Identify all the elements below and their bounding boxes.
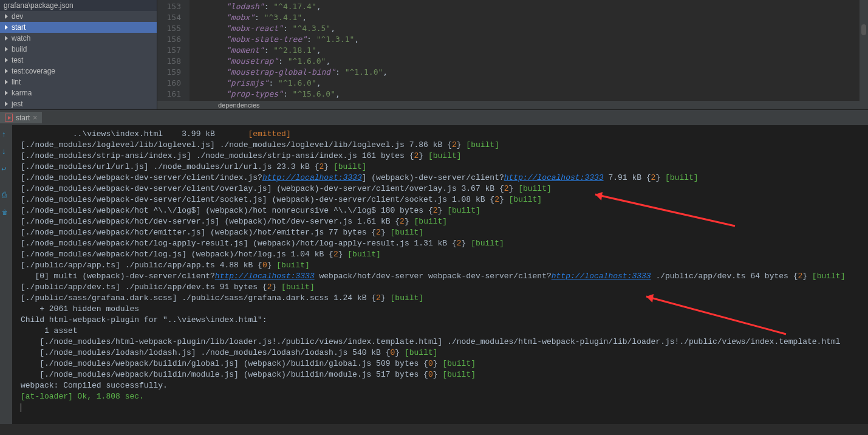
terminal-line: [0] multi (webpack)-dev-server/client?ht… — [21, 271, 868, 282]
terminal-line: [./node_modules/webpack-dev-server/clien… — [21, 173, 868, 183]
play-icon — [5, 58, 8, 63]
sidebar-item-jest[interactable]: jest — [0, 98, 157, 109]
terminal-line: [./node_modules/webpack/buildin/global.j… — [21, 358, 868, 369]
sidebar-item-test[interactable]: test — [0, 55, 157, 66]
code-line[interactable]: "mousetrap": "^1.6.0", — [226, 56, 868, 67]
sidebar-item-label: test:coverage — [12, 67, 55, 75]
sidebar-item-build[interactable]: build — [0, 44, 157, 55]
terminal-line: ..\views\index.html 3.99 kB [emitted] — [21, 129, 868, 140]
terminal-output[interactable]: ..\views\index.html 3.99 kB [emitted][./… — [12, 125, 868, 424]
sidebar-item-karma[interactable]: karma — [0, 87, 157, 98]
code-line[interactable]: "moment": "^2.18.1", — [226, 45, 868, 56]
sidebar-item-label: start — [12, 23, 26, 32]
code-line[interactable]: "prismjs": "^1.6.0", — [226, 78, 868, 89]
terminal-line: webpack: Compiled successfully. — [21, 380, 868, 391]
terminal-line: [./node_modules/loglevel/lib/loglevel.js… — [21, 140, 868, 151]
terminal-line: [./node_modules/webpack-dev-server/clien… — [21, 194, 868, 205]
line-gutter: 153154155156157158159160161162 — [157, 0, 190, 101]
terminal-line: [./node_modules/webpack/hot ^\.\/log$] (… — [21, 205, 868, 216]
breadcrumb[interactable]: dependencies — [157, 101, 868, 109]
code-line[interactable]: "prop-types": "^15.6.0", — [226, 89, 868, 100]
terminal-link[interactable]: http://localhost:3333 — [215, 272, 315, 281]
sidebar-item-label: build — [12, 45, 27, 53]
play-icon — [5, 69, 8, 74]
sidebar-item-label: jest — [12, 100, 23, 108]
code-line[interactable]: "mousetrap-global-bind": "^1.1.0", — [226, 67, 868, 78]
sidebar-item-label: karma — [12, 89, 32, 97]
run-tool-tabrow: start × — [0, 109, 868, 125]
sidebar-item-watch[interactable]: watch — [0, 33, 157, 44]
terminal-line: [./node_modules/url/url.js] ./node_modul… — [21, 162, 868, 173]
terminal-line: [./node_modules/webpack/hot/emitter.js] … — [21, 227, 868, 238]
run-icon — [5, 114, 13, 122]
sidebar-file-path: grafana\package.json — [0, 0, 157, 11]
sidebar-item-dev[interactable]: dev — [0, 11, 157, 22]
play-icon — [5, 14, 8, 19]
sidebar-item-label: watch — [12, 34, 30, 43]
terminal-link[interactable]: http://localhost:3333 — [504, 173, 604, 182]
terminal-line: [./node_modules/webpack/hot/dev-server.j… — [21, 216, 868, 227]
sidebar-item-label: lint — [12, 78, 21, 86]
terminal-line: [./node_modules/webpack/hot/log.js] (web… — [21, 249, 868, 260]
code-line[interactable]: "mobx-react": "^4.3.5", — [226, 23, 868, 34]
terminal-line: [./node_modules/webpack-dev-server/clien… — [21, 183, 868, 194]
play-icon — [5, 101, 8, 106]
terminal-area: ..\views\index.html 3.99 kB [emitted][./… — [0, 125, 868, 424]
terminal-line: [./node_modules/html-webpack-plugin/lib/… — [21, 337, 868, 348]
print-icon[interactable] — [2, 191, 11, 199]
code-editor[interactable]: 153154155156157158159160161162 "lodash":… — [157, 0, 868, 109]
terminal-link[interactable]: http://localhost:3333 — [262, 173, 362, 182]
play-icon — [5, 91, 8, 95]
editor-scrollbar-thumb[interactable] — [861, 24, 866, 35]
editor-area: grafana\package.json devstartwatchbuildt… — [0, 0, 868, 109]
code-line[interactable]: "mobx-state-tree": "^1.3.1", — [226, 34, 868, 45]
sidebar-item-label: dev — [12, 12, 23, 21]
play-icon — [5, 36, 8, 41]
scroll-start-icon[interactable] — [2, 130, 11, 139]
terminal-line: [./node_modules/strip-ansi/index.js] ./n… — [21, 151, 868, 162]
terminal-line: [./node_modules/lodash/lodash.js] ./node… — [21, 348, 868, 358]
terminal-line: Child html-webpack-plugin for "..\views\… — [21, 315, 868, 326]
code-content[interactable]: "lodash": "^4.17.4","mobx": "^3.4.1","mo… — [190, 0, 868, 101]
terminal-line: [./public/sass/grafana.dark.scss] ./publ… — [21, 293, 868, 304]
run-tab-label: start — [16, 114, 30, 122]
terminal-toolbar — [0, 125, 12, 424]
code-line[interactable]: "lodash": "^4.17.4", — [226, 1, 868, 12]
terminal-line: + 2061 hidden modules — [21, 304, 868, 315]
terminal-line: [./node_modules/webpack/hot/log-apply-re… — [21, 238, 868, 249]
npm-scripts-sidebar: grafana\package.json devstartwatchbuildt… — [0, 0, 157, 109]
terminal-line: [at-loader] Ok, 1.808 sec. — [21, 391, 868, 402]
sidebar-item-lint[interactable]: lint — [0, 77, 157, 87]
terminal-line: [./public/app/app.ts] ./public/app/app.t… — [21, 260, 868, 271]
play-icon — [5, 25, 8, 30]
terminal-link[interactable]: http://localhost:3333 — [552, 272, 651, 281]
soft-wrap-icon[interactable] — [2, 164, 11, 173]
sidebar-item-start[interactable]: start — [0, 22, 157, 33]
close-icon[interactable]: × — [33, 114, 37, 122]
terminal-line: [./public/app/dev.ts] ./public/app/dev.t… — [21, 282, 868, 293]
play-icon — [5, 47, 8, 52]
terminal-line: [./node_modules/webpack/buildin/module.j… — [21, 369, 868, 380]
run-tab-start[interactable]: start × — [0, 112, 42, 123]
clear-icon[interactable] — [2, 208, 11, 216]
scroll-end-icon[interactable] — [2, 147, 11, 156]
sidebar-item-test-coverage[interactable]: test:coverage — [0, 66, 157, 77]
code-line[interactable]: "mobx": "^3.4.1", — [226, 12, 868, 23]
play-icon — [5, 80, 8, 84]
sidebar-item-label: test — [12, 56, 23, 64]
terminal-cursor — [21, 402, 868, 413]
editor-scrollbar[interactable] — [859, 0, 868, 101]
terminal-line: 1 asset — [21, 326, 868, 337]
